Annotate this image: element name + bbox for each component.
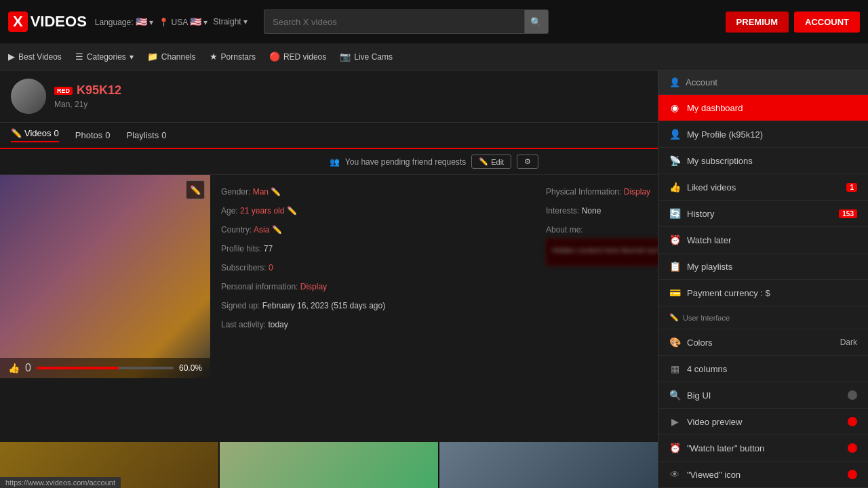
- thumb-item-3[interactable]: [439, 442, 658, 488]
- category-selector[interactable]: Straight ▾: [213, 17, 248, 26]
- menu-item-subscriptions[interactable]: 📡 My subscriptions: [658, 148, 868, 174]
- category-value: Straight: [213, 17, 241, 26]
- menu-item-watch-later-btn[interactable]: ⏰ "Watch later" button: [658, 435, 868, 462]
- menu-watch-later-btn-label: "Watch later" button: [687, 443, 764, 453]
- ui-section-header: ✏️ User Interface: [658, 306, 868, 329]
- colors-value: Dark: [840, 338, 857, 347]
- profile-hits-row: Profile hits: 77: [221, 243, 532, 255]
- menu-item-big-ui[interactable]: 🔍 Big UI: [658, 382, 868, 409]
- subnav-best-videos[interactable]: ▶ Best Videos: [8, 52, 62, 62]
- language-label: Language:: [95, 18, 134, 27]
- search-input[interactable]: [264, 9, 524, 34]
- subnav-pornstars[interactable]: ★ Pornstars: [210, 52, 256, 62]
- profile-picture-area: ✏️ 👍 0 60.0%: [0, 175, 210, 378]
- menu-item-viewed-icon[interactable]: 👁 "Viewed" icon: [658, 462, 868, 488]
- account-button[interactable]: ACCOUNT: [794, 12, 860, 33]
- signed-up-value: February 16, 2023 (515 days ago): [262, 301, 385, 310]
- big-ui-icon: 🔍: [669, 390, 680, 401]
- menu-video-preview-label: Video preview: [687, 417, 742, 427]
- subscribers-value[interactable]: 0: [269, 263, 273, 272]
- columns-icon: ▦: [669, 363, 680, 374]
- video-preview-icon: ▶: [669, 416, 680, 427]
- logo[interactable]: X VIDEOS: [8, 12, 87, 32]
- progress-track: [37, 367, 174, 369]
- language-selector[interactable]: Language: 🇺🇸 ▾: [95, 16, 153, 27]
- menu-item-payment[interactable]: 💳 Payment currency : $: [658, 280, 868, 306]
- subnav-channels[interactable]: 📁 Channels: [147, 52, 196, 62]
- menu-icon: ☰: [75, 52, 83, 62]
- watch-later-btn-icon: ⏰: [669, 443, 680, 453]
- colors-icon: 🎨: [669, 337, 680, 348]
- like-count: 0: [25, 362, 31, 374]
- edit-button[interactable]: ✏️ Edit: [471, 155, 511, 169]
- subnav-live-cams[interactable]: 📷 Live Cams: [340, 52, 393, 62]
- age-value[interactable]: 21 years old: [240, 206, 284, 216]
- viewed-icon-toggle[interactable]: [848, 470, 857, 479]
- signed-up-row: Signed up: February 16, 2023 (515 days a…: [221, 300, 532, 312]
- menu-item-colors[interactable]: 🎨 Colors Dark: [658, 329, 868, 356]
- subnav-best-videos-label: Best Videos: [18, 52, 62, 62]
- thumb-item-2[interactable]: [220, 442, 438, 488]
- menu-history-label: History: [687, 209, 714, 219]
- tab-photos[interactable]: Photos 0: [75, 130, 111, 140]
- picture-edit-button[interactable]: ✏️: [186, 180, 205, 199]
- tab-playlists-label: Playlists: [126, 130, 159, 140]
- physical-value[interactable]: Display: [624, 187, 650, 197]
- search-button[interactable]: 🔍: [524, 9, 549, 34]
- play-icon: ▶: [8, 52, 15, 62]
- dropdown-header-label: Account: [686, 77, 717, 87]
- gender-label: Gender:: [221, 187, 250, 197]
- menu-item-watch-later[interactable]: ⏰ Watch later: [658, 227, 868, 253]
- personal-info-value[interactable]: Display: [300, 282, 327, 291]
- menu-item-video-preview[interactable]: ▶ Video preview: [658, 409, 868, 435]
- menu-item-columns[interactable]: ▦ 4 columns: [658, 356, 868, 382]
- gender-row: Gender: Man ✏️: [221, 186, 532, 198]
- logo-videos-text: VIDEOS: [31, 13, 87, 30]
- status-bar: https://www.xvideos.com/account: [0, 477, 121, 488]
- menu-item-profile[interactable]: 👤 My Profile (k95k12): [658, 121, 868, 148]
- country-label: Country:: [221, 225, 252, 235]
- tab-videos[interactable]: ✏️ Videos 0: [11, 128, 59, 142]
- premium-button[interactable]: PREMIUM: [726, 12, 789, 33]
- profile-picture-gradient: [0, 175, 210, 378]
- settings-button[interactable]: ⚙: [517, 155, 538, 169]
- tab-videos-count: 0: [54, 128, 59, 138]
- interests-label: Interests:: [546, 206, 579, 216]
- menu-item-liked[interactable]: 👍 Liked videos 1: [658, 174, 868, 201]
- tab-photos-count: 0: [105, 130, 110, 140]
- nav-controls: Language: 🇺🇸 ▾ 📍 USA 🇺🇸 ▾ Straight ▾: [95, 16, 248, 27]
- age-edit-icon[interactable]: ✏️: [287, 206, 297, 216]
- video-progress: 👍 0 60.0%: [0, 358, 210, 378]
- menu-watch-later-label: Watch later: [687, 235, 731, 245]
- personal-info-row: Personal information: Display: [221, 281, 532, 293]
- menu-dashboard-label: My dashboard: [687, 103, 743, 113]
- location-flag: 🇺🇸: [190, 16, 201, 27]
- menu-item-history[interactable]: 🔄 History 153: [658, 201, 868, 227]
- main-content: RED K95K12 Man, 21y ✏️ Videos 0 Photos 0…: [0, 70, 868, 488]
- physical-label: Physical Information:: [546, 187, 621, 197]
- location-selector[interactable]: 📍 USA 🇺🇸 ▾: [159, 16, 208, 27]
- subnav-channels-label: Channels: [161, 52, 196, 62]
- tab-videos-label: Videos: [24, 128, 52, 138]
- tab-playlists[interactable]: Playlists 0: [126, 130, 166, 140]
- video-preview-toggle[interactable]: [848, 417, 857, 426]
- menu-item-playlists[interactable]: 📋 My playlists: [658, 253, 868, 280]
- gender-edit-icon[interactable]: ✏️: [271, 187, 281, 197]
- menu-viewed-icon-label: "Viewed" icon: [687, 470, 741, 480]
- subnav-categories[interactable]: ☰ Categories ▾: [75, 52, 134, 62]
- language-flag: 🇺🇸: [136, 16, 147, 27]
- signed-up-label: Signed up:: [221, 301, 260, 310]
- menu-item-dashboard[interactable]: ◉ My dashboard: [658, 95, 868, 121]
- country-value[interactable]: Asia: [254, 225, 269, 235]
- subnav-red-videos[interactable]: 🔴 RED videos: [269, 52, 326, 62]
- tab-playlists-count: 0: [161, 130, 166, 140]
- big-ui-toggle[interactable]: [848, 390, 857, 400]
- like-icon[interactable]: 👍: [8, 363, 20, 373]
- country-row: Country: Asia ✏️: [221, 224, 532, 236]
- tab-photos-label: Photos: [75, 130, 102, 140]
- watch-later-btn-toggle[interactable]: [848, 443, 857, 453]
- country-edit-icon[interactable]: ✏️: [272, 225, 282, 235]
- gender-value[interactable]: Man: [253, 187, 269, 197]
- profile-icon: 👤: [669, 129, 680, 140]
- subscribers-row: Subscribers: 0: [221, 262, 532, 274]
